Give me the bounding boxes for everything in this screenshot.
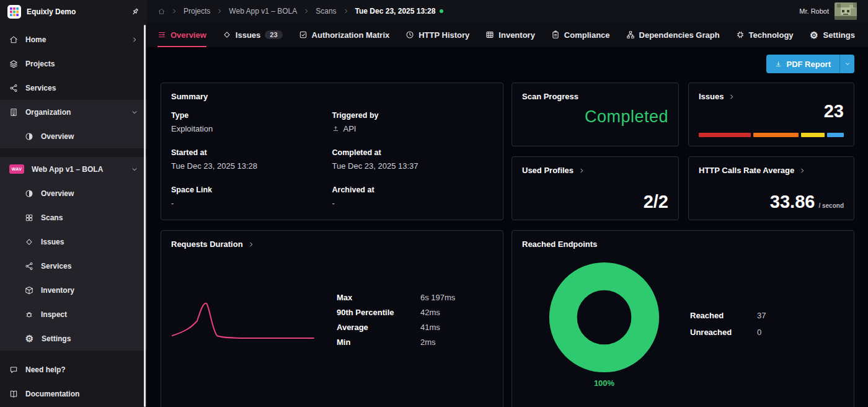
stat-value: 6s 197ms [420,293,455,302]
graph-icon [626,30,635,39]
card-title: Reached Endpoints [522,239,597,249]
chevron-right-icon [343,8,349,14]
sidebar-item-label: Inventory [41,286,74,295]
app-title: Equixly Demo [27,7,76,16]
legend-row-unreached: Unreached 0 [690,328,766,337]
pin-sidebar-button[interactable] [131,7,140,16]
chevron-down-icon [131,166,138,172]
stat-row: Average 41ms [337,323,455,332]
user-avatar[interactable] [835,2,857,20]
chevron-right-icon [171,8,177,14]
small-cards-grid: Scan Progress Completed Issues 23 [512,83,854,220]
sidebar-item-services[interactable]: Services [0,76,147,100]
tab-inventory[interactable]: Inventory [485,22,535,47]
sidebar-item-webapp-settings[interactable]: ⚙ Settings [0,326,147,351]
breadcrumb-webapp[interactable]: Web App v1 – BOLA [229,7,297,16]
tab-label: Dependencies Graph [639,30,720,40]
tab-issues[interactable]: Issues 23 [223,22,283,47]
scan-progress-card: Scan Progress Completed [512,83,679,146]
sidebar-item-webapp-bola[interactable]: WAV Web App v1 – BOLA [0,157,147,181]
requests-duration-header[interactable]: Requests Duration [171,239,493,249]
field-value: - [171,199,332,208]
tab-authorization-matrix[interactable]: Authorization Matrix [299,22,390,47]
field-label: Space Link [171,186,332,194]
sidebar-item-webapp-inventory[interactable]: Inventory [0,278,147,302]
donut-percent-label: 100% [594,378,614,388]
donut-column: 100% [547,260,662,388]
tab-label: Authorization Matrix [312,30,390,40]
tab-label: Inventory [498,30,535,40]
sidebar-item-webapp-inspect[interactable]: Inspect [0,302,147,326]
sidebar-item-projects[interactable]: Projects [0,51,147,76]
chip-icon [736,30,745,39]
sidebar-item-webapp-scans[interactable]: Scans [0,205,147,230]
field-label: Started at [171,148,332,157]
chevron-right-icon [303,8,309,14]
tab-technology[interactable]: Technology [736,22,794,47]
sidebar-item-webapp-services[interactable]: Services [0,254,147,278]
tab-label: Compliance [564,30,610,40]
download-icon [775,61,782,68]
sidebar-group-organization: Organization Overview [0,100,147,148]
book-icon [9,390,18,398]
summary-field-triggered-by: Triggered by API [332,111,494,133]
sidebar-item-label: Home [25,35,46,44]
breadcrumb-scan-date[interactable]: Tue Dec 23, 2025 13:28 [355,7,444,16]
card-title: Summary [171,92,208,101]
sidebar-group-webapp: WAV Web App v1 – BOLA Overview Scans Iss… [0,157,147,351]
severity-segment-low [827,133,844,137]
breadcrumb: Projects Web App v1 – BOLA Scans Tue Dec… [158,7,443,16]
sidebar-item-need-help[interactable]: Need help? [0,357,147,382]
chevron-right-icon [248,241,254,248]
services-icon [9,84,18,92]
http-calls-rate-header[interactable]: HTTP Calls Rate Average [699,166,844,175]
sidebar-item-label: Settings [42,334,71,343]
chevron-down-icon [131,109,138,115]
legend-value: 0 [757,328,761,337]
pdf-report-dropdown-button[interactable] [839,55,854,73]
http-calls-rate-value: 33.86 [770,193,815,211]
sidebar-item-label: Overview [41,132,74,141]
chevron-right-icon [799,168,805,174]
equixly-logo [7,5,21,19]
sidebar-item-label: Need help? [25,365,66,374]
sidebar-item-label: Overview [41,189,74,198]
scan-date-label: Tue Dec 23, 2025 13:28 [355,7,436,16]
stat-row: Max 6s 197ms [337,293,455,302]
sidebar-item-webapp-overview[interactable]: Overview [0,181,147,205]
summary-field-space-link: Space Link - [171,186,332,208]
home-icon[interactable] [158,8,165,15]
organization-icon [9,108,18,117]
pdf-report-button[interactable]: PDF Report [766,55,840,73]
issues-card-header[interactable]: Issues [699,92,844,101]
sidebar-item-webapp-issues[interactable]: Issues [0,230,147,254]
field-label: Archived at [332,186,494,194]
clock-icon [405,30,414,39]
tab-http-history[interactable]: HTTP History [405,22,469,47]
pdf-report-label: PDF Report [787,60,831,69]
chevron-right-icon [728,94,735,100]
sidebar-item-documentation[interactable]: Documentation [0,382,147,406]
gear-icon: ⚙ [810,30,819,40]
tab-settings[interactable]: ⚙ Settings [810,22,855,47]
services-icon [25,262,33,271]
sidebar-item-organization[interactable]: Organization [0,100,147,124]
inventory-icon [25,286,33,295]
sidebar-spacer [0,148,147,157]
stat-value: 42ms [420,308,440,317]
used-profiles-header[interactable]: Used Profiles [522,166,668,175]
breadcrumb-projects[interactable]: Projects [184,7,210,16]
sidebar-item-home[interactable]: Home [0,27,147,51]
breadcrumb-scans[interactable]: Scans [316,7,336,16]
tab-overview[interactable]: Overview [157,22,206,47]
sidebar-scrollbar[interactable] [144,25,146,407]
sidebar-item-label: Organization [25,108,71,117]
sidebar-item-label: Inspect [41,310,67,319]
tab-compliance[interactable]: Compliance [551,22,610,47]
stat-label: Min [337,338,420,347]
tab-dependencies-graph[interactable]: Dependencies Graph [626,22,720,47]
sidebar-item-organization-overview[interactable]: Overview [0,124,147,148]
field-value: Tue Dec 23, 2025 13:37 [332,161,494,171]
field-value: API [332,124,494,133]
severity-bar [699,133,844,137]
